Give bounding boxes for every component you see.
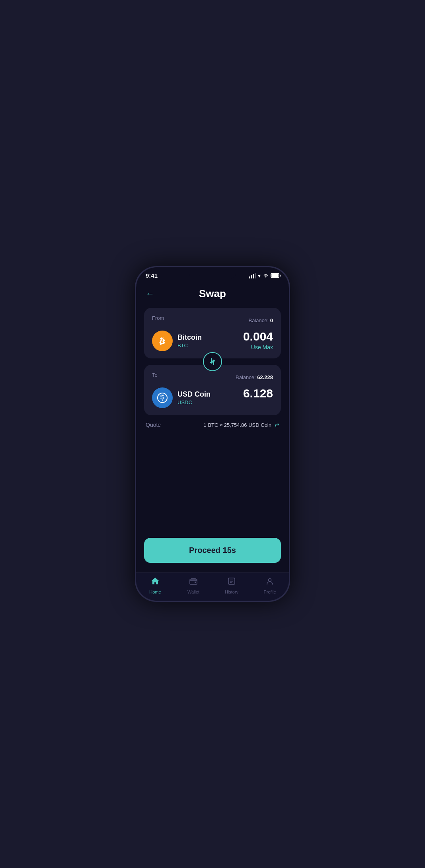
quote-text: 1 BTC ≈ 25,754.86 USD Coin [204, 422, 271, 428]
proceed-label: Proceed [189, 546, 220, 555]
nav-history-label: History [225, 590, 238, 594]
from-card: From Balance: 0 Bitcoin [144, 308, 281, 358]
to-coin-details: USD Coin USDC [177, 390, 211, 405]
proceed-button[interactable]: Proceed 15s [144, 538, 281, 563]
swap-divider [144, 352, 281, 371]
from-label: From [152, 315, 164, 321]
battery-fill [271, 274, 279, 277]
nav-item-profile[interactable]: Profile [251, 577, 289, 594]
nav-profile-label: Profile [263, 590, 276, 594]
to-amount-section: 6.128 [243, 387, 273, 399]
to-coin-name: USD Coin [177, 390, 211, 399]
nav-home-label: Home [149, 590, 161, 594]
status-icons: ▾ [249, 272, 279, 279]
to-coin-symbol: USDC [177, 399, 211, 405]
from-amount-section: 0.004 Use Max [243, 331, 273, 350]
bottom-nav: Home Wallet [136, 572, 289, 601]
from-balance-label: Balance: 0 [249, 317, 273, 323]
svg-point-7 [269, 579, 271, 582]
to-card: To Balance: 62.228 U [144, 365, 281, 415]
nav-item-wallet[interactable]: Wallet [174, 577, 212, 594]
phone-inner: 9:41 ▾ ← Swap [136, 267, 289, 601]
use-max-button[interactable]: Use Max [243, 344, 273, 350]
quote-row: Quote 1 BTC ≈ 25,754.86 USD Coin ⇄ [144, 415, 281, 431]
nav-wallet-label: Wallet [187, 590, 199, 594]
back-button[interactable]: ← [146, 289, 154, 299]
nav-item-history[interactable]: History [212, 577, 251, 594]
from-coin-name: Bitcoin [177, 333, 202, 342]
spacer [144, 431, 281, 538]
to-balance-label: Balance: 62.228 [236, 374, 273, 380]
swap-toggle-button[interactable] [203, 352, 222, 371]
to-amount: 6.128 [243, 387, 273, 399]
from-amount: 0.004 [243, 331, 273, 343]
from-coin-info: Bitcoin BTC [152, 331, 202, 351]
from-coin-details: Bitcoin BTC [177, 333, 202, 348]
from-coin-symbol: BTC [177, 343, 202, 348]
page-title: Swap [199, 288, 226, 300]
refresh-quote-icon[interactable]: ⇄ [275, 422, 279, 428]
usdc-icon [152, 387, 173, 408]
from-balance-value: 0 [270, 317, 273, 323]
signal-icon [249, 273, 256, 278]
countdown-value: 15s [223, 546, 236, 555]
wallet-icon [189, 577, 198, 588]
status-time: 9:41 [146, 272, 158, 279]
phone-frame: 9:41 ▾ ← Swap [135, 266, 290, 602]
bitcoin-icon [152, 331, 173, 351]
main-content: From Balance: 0 Bitcoin [136, 305, 289, 572]
svg-point-0 [158, 393, 167, 403]
profile-icon [265, 577, 274, 588]
battery-icon [271, 273, 279, 278]
history-icon [227, 577, 236, 588]
quote-label: Quote [146, 422, 161, 428]
wifi-icon: ▾ [258, 272, 269, 279]
to-label: To [152, 372, 158, 378]
nav-item-home[interactable]: Home [136, 577, 174, 594]
to-balance-value: 62.228 [257, 374, 273, 380]
home-icon [151, 577, 160, 588]
quote-value: 1 BTC ≈ 25,754.86 USD Coin ⇄ [204, 422, 279, 428]
to-coin-info: USD Coin USDC [152, 387, 211, 408]
svg-rect-2 [195, 582, 196, 583]
notch [189, 267, 236, 279]
header: ← Swap [136, 281, 289, 305]
